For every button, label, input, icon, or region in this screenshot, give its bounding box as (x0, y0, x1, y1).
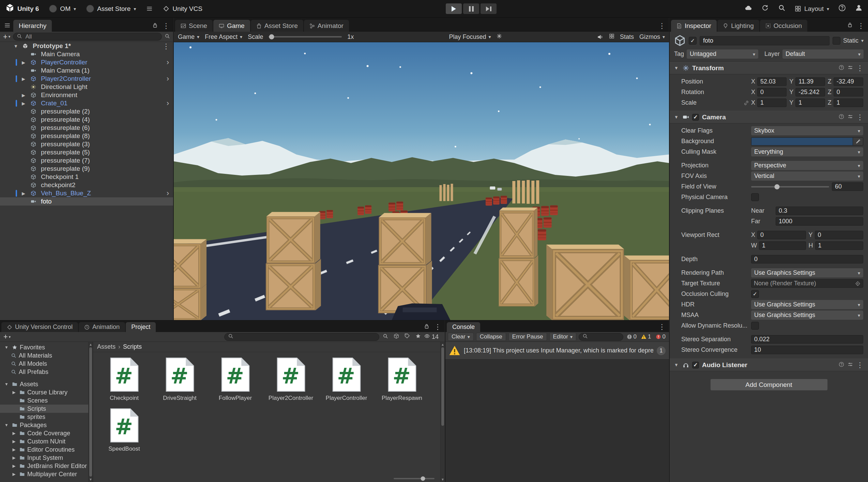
tree-item-all-prefabs[interactable]: All Prefabs (0, 368, 93, 376)
asset-item-drivestraight[interactable]: DriveStraight (152, 357, 208, 402)
tab-occlusion[interactable]: Occlusion (760, 20, 807, 32)
dynamic-resolution-checkbox[interactable] (751, 322, 759, 330)
scale-x-field[interactable] (757, 99, 787, 107)
expander-icon[interactable]: ▶ (22, 101, 31, 106)
depth-field[interactable] (751, 255, 863, 263)
editor-dropdown[interactable]: Editor▾ (549, 333, 576, 341)
viewport-x-field[interactable] (757, 231, 806, 239)
grid-scrollbar[interactable]: ▲ ▼ (440, 342, 445, 482)
kebab-menu-icon[interactable]: ⋮ (159, 43, 173, 50)
panel-menu-icon[interactable] (1, 22, 13, 32)
lock-icon[interactable] (424, 323, 429, 330)
presets-icon[interactable] (848, 64, 853, 72)
hierarchy-item-foto[interactable]: foto (0, 197, 173, 206)
hierarchy-item-checkpoint-1[interactable]: Checkpoint 1 (0, 173, 173, 181)
hierarchy-item-directional-light[interactable]: Directional Light (0, 83, 173, 91)
object-name-field[interactable] (700, 36, 829, 45)
help-icon[interactable] (839, 114, 844, 121)
aspect-dropdown[interactable]: Free Aspect▾ (205, 33, 242, 41)
lock-icon[interactable] (847, 22, 853, 29)
display-dropdown[interactable]: Game▾ (178, 33, 199, 41)
foldout-icon[interactable]: ▼ (3, 345, 10, 350)
asset-item-player2controller[interactable]: Player2Controller (263, 357, 319, 402)
hierarchy-item-player2controller[interactable]: ▶Player2Controller› (0, 75, 173, 83)
expander-icon[interactable]: ▶ (11, 472, 17, 477)
eyedropper-icon[interactable] (853, 138, 863, 145)
hierarchy-search-input[interactable] (25, 33, 158, 41)
prefab-open-arrow[interactable]: › (167, 100, 173, 107)
fov-axis-dropdown[interactable]: Vertical▾ (751, 171, 863, 181)
foldout-icon[interactable]: ▼ (3, 423, 10, 427)
error-count-toggle[interactable]: 0 (655, 333, 667, 340)
hierarchy-item-playercontroller[interactable]: ▶PlayerController› (0, 58, 173, 66)
scale-z-field[interactable] (834, 99, 863, 107)
unity-vcs-menu[interactable]: Unity VCS (163, 5, 202, 13)
target-texture-field[interactable]: None (Render Texture) (751, 279, 863, 288)
tab-animator[interactable]: Animator (304, 20, 349, 32)
prefab-open-arrow[interactable]: › (167, 59, 173, 66)
hierarchy-item-pressureplate-9[interactable]: pressureplate (9) (0, 165, 173, 173)
expander-icon[interactable]: ▶ (11, 431, 17, 436)
hierarchy-item-main-camera-1[interactable]: Main Camera (1) (0, 66, 173, 75)
focus-mode-dropdown[interactable]: Play Focused▾ (449, 33, 491, 41)
rotation-x-field[interactable] (757, 88, 787, 96)
help-icon[interactable] (838, 4, 846, 13)
hierarchy-item-environment[interactable]: ▶Environment (0, 91, 173, 99)
effects-toggle-icon[interactable] (497, 33, 502, 41)
kebab-menu-icon[interactable]: ⋮ (856, 361, 864, 368)
fov-slider[interactable] (751, 182, 829, 191)
breadcrumb-root[interactable]: Assets (97, 343, 116, 350)
create-button[interactable]: +▾ (3, 33, 10, 41)
active-checkbox[interactable] (689, 37, 697, 45)
tab-project[interactable]: Project (126, 322, 156, 332)
tree-item-jetbrains-rider-editor[interactable]: ▶JetBrains Rider Editor (0, 462, 93, 470)
stereo-separation-field[interactable] (751, 335, 863, 344)
search-picker-icon[interactable] (165, 33, 170, 40)
viewport-w-field[interactable] (759, 241, 806, 250)
tree-item-scenes[interactable]: Scenes (0, 396, 93, 405)
layer-dropdown[interactable]: Default▾ (782, 49, 864, 59)
console-search[interactable] (579, 333, 623, 341)
static-checkbox[interactable] (833, 37, 840, 45)
asset-item-checkpoint[interactable]: Checkpoint (96, 357, 152, 402)
tree-section-assets[interactable]: ▼Assets (0, 380, 93, 388)
background-color-swatch[interactable] (751, 138, 853, 145)
position-y-field[interactable] (795, 77, 825, 86)
asset-item-followplayer[interactable]: FollowPlayer (208, 357, 263, 402)
hierarchy-item-veh-bus-blue-z[interactable]: ▶Veh_Bus_Blue_Z› (0, 189, 173, 197)
console-search-input[interactable] (590, 333, 620, 341)
gizmos-dropdown[interactable]: Gizmos▾ (639, 33, 665, 41)
tree-item-input-system[interactable]: ▶Input System (0, 454, 93, 462)
tag-dropdown[interactable]: Untagged▾ (687, 49, 758, 59)
scrollbar-thumb[interactable] (89, 347, 92, 477)
kebab-menu-icon[interactable]: ⋮ (655, 22, 669, 29)
position-x-field[interactable] (757, 77, 787, 86)
warning-count-toggle[interactable]: 1 (640, 333, 652, 340)
kebab-menu-icon[interactable]: ⋮ (856, 114, 864, 121)
slider-knob[interactable] (421, 477, 425, 481)
expander-icon[interactable]: ▶ (22, 60, 31, 65)
window-list-button[interactable] (146, 5, 153, 12)
fov-field[interactable] (832, 182, 863, 191)
hierarchy-item-pressureplate-5[interactable]: pressureplate (5) (0, 148, 173, 156)
tab-inspector[interactable]: Inspector (671, 20, 717, 32)
tree-item-code-coverage[interactable]: ▶Code Coverage (0, 429, 93, 437)
foldout-icon[interactable]: ▼ (14, 44, 22, 49)
create-asset-button[interactable]: +▾ (3, 333, 11, 341)
lock-icon[interactable] (152, 22, 158, 29)
expander-icon[interactable]: ▶ (22, 93, 31, 98)
hierarchy-item-pressureplate-7[interactable]: pressureplate (7) (0, 156, 173, 165)
project-search[interactable] (224, 333, 379, 341)
viewport-y-field[interactable] (815, 231, 863, 239)
expander-icon[interactable]: ▶ (11, 464, 17, 468)
clear-button[interactable]: Clear▾ (448, 333, 474, 341)
hierarchy-item-main-camera[interactable]: Main Camera (0, 50, 173, 58)
foldout-icon[interactable]: ▼ (674, 362, 680, 367)
error-pause-toggle[interactable]: Error Pause (508, 333, 547, 341)
step-button[interactable] (481, 3, 497, 14)
tree-item-multiplayer-center[interactable]: ▶Multiplayer Center (0, 470, 93, 478)
collapse-toggle[interactable]: Collapse (476, 333, 506, 341)
om-menu[interactable]: OM ▾ (49, 5, 76, 13)
static-control[interactable]: Static ▾ (833, 37, 864, 45)
console-entry[interactable]: [13:08:19] This project uses Input Manag… (445, 342, 669, 360)
